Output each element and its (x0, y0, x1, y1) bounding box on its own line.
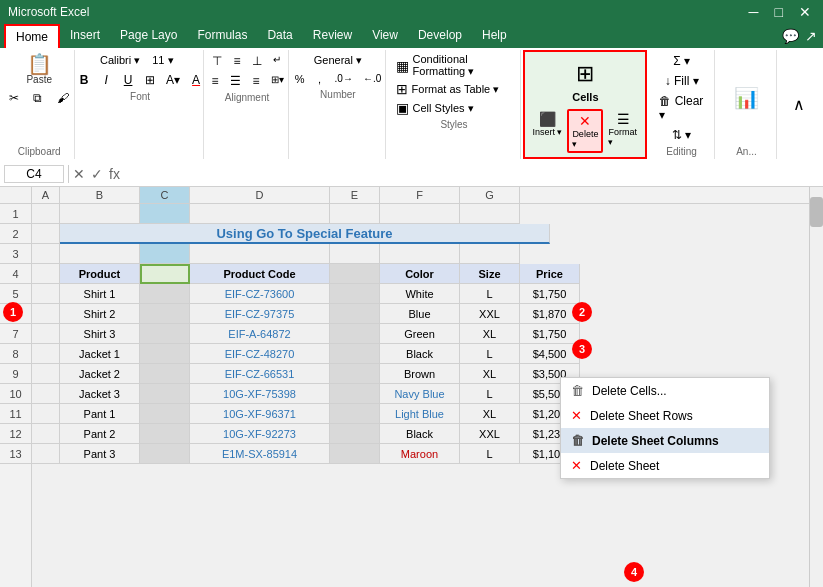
cell-g6[interactable]: XXL (460, 304, 520, 324)
cell-g9[interactable]: XL (460, 364, 520, 384)
conditional-formatting-btn[interactable]: ▦ Conditional Formatting ▾ (394, 52, 515, 79)
cell-a5[interactable] (32, 284, 60, 304)
cell-f12[interactable]: Black (380, 424, 460, 444)
cell-reference-input[interactable] (4, 165, 64, 183)
cell-c1[interactable] (140, 204, 190, 224)
increase-decimal-btn[interactable]: .0→ (331, 71, 357, 87)
cell-c10[interactable] (140, 384, 190, 404)
close-btn[interactable]: ✕ (795, 4, 815, 20)
col-header-e[interactable]: E (330, 187, 380, 203)
cell-e12[interactable] (330, 424, 380, 444)
cancel-formula-icon[interactable]: ✕ (73, 166, 85, 182)
cell-d12[interactable]: 10G-XF-92273 (190, 424, 330, 444)
cell-h8[interactable]: $4,500 (520, 344, 580, 364)
cell-g3[interactable] (460, 244, 520, 264)
cell-b6[interactable]: Shirt 2 (60, 304, 140, 324)
cell-f8[interactable]: Black (380, 344, 460, 364)
cell-d9[interactable]: EIF-CZ-66531 (190, 364, 330, 384)
cell-b3[interactable] (60, 244, 140, 264)
cell-g13[interactable]: L (460, 444, 520, 464)
cell-e5[interactable] (330, 284, 380, 304)
cell-b7[interactable]: Shirt 3 (60, 324, 140, 344)
cell-d13[interactable]: E1M-SX-85914 (190, 444, 330, 464)
cell-g1[interactable] (460, 204, 520, 224)
ribbon-collapse-btn[interactable]: ∧ (781, 93, 817, 116)
cell-a7[interactable] (32, 324, 60, 344)
tab-data[interactable]: Data (257, 24, 302, 48)
formula-input[interactable] (124, 166, 819, 182)
cell-a3[interactable] (32, 244, 60, 264)
cell-b5[interactable]: Shirt 1 (60, 284, 140, 304)
cell-f4-color[interactable]: Color (380, 264, 460, 284)
cell-f6[interactable]: Blue (380, 304, 460, 324)
font-color-btn[interactable]: A (186, 71, 206, 89)
cell-f13[interactable]: Maroon (380, 444, 460, 464)
cell-d11[interactable]: 10G-XF-96371 (190, 404, 330, 424)
fill-btn-editing[interactable]: ↓ Fill ▾ (661, 72, 703, 90)
cell-a12[interactable] (32, 424, 60, 444)
cell-f3[interactable] (380, 244, 460, 264)
cell-g7[interactable]: XL (460, 324, 520, 344)
cell-g5[interactable]: L (460, 284, 520, 304)
cell-c4[interactable] (140, 264, 190, 284)
format-painter-btn[interactable]: 🖌 (53, 89, 73, 107)
cell-a4[interactable] (32, 264, 60, 284)
fill-btn[interactable]: A▾ (162, 71, 184, 89)
cell-g11[interactable]: XL (460, 404, 520, 424)
maximize-btn[interactable]: □ (771, 4, 787, 20)
format-as-table-btn[interactable]: ⊞ Format as Table ▾ (394, 80, 515, 98)
cell-f7[interactable]: Green (380, 324, 460, 344)
cell-f11[interactable]: Light Blue (380, 404, 460, 424)
comment-icon[interactable]: 💬 (782, 28, 799, 44)
paste-btn[interactable]: 📋 Paste (21, 52, 57, 87)
cell-h4-price[interactable]: Price (520, 264, 580, 284)
share-icon[interactable]: ↗ (805, 28, 817, 44)
cut-btn[interactable]: ✂ (5, 89, 25, 107)
col-header-f[interactable]: F (380, 187, 460, 203)
cell-e10[interactable] (330, 384, 380, 404)
cell-e1[interactable] (330, 204, 380, 224)
cell-a13[interactable] (32, 444, 60, 464)
cell-a2[interactable] (32, 224, 60, 244)
cell-c6[interactable] (140, 304, 190, 324)
sort-filter-btn[interactable]: ⇅ ▾ (664, 126, 700, 144)
cell-a11[interactable] (32, 404, 60, 424)
cell-b4-product[interactable]: Product (60, 264, 140, 284)
cell-b1[interactable] (60, 204, 140, 224)
cell-g4-size[interactable]: Size (460, 264, 520, 284)
cell-styles-btn[interactable]: ▣ Cell Styles ▾ (394, 99, 515, 117)
cell-e8[interactable] (330, 344, 380, 364)
col-header-d[interactable]: D (190, 187, 330, 203)
bold-btn[interactable]: B (74, 71, 94, 89)
cell-d4-productcode[interactable]: Product Code (190, 264, 330, 284)
cell-c5[interactable] (140, 284, 190, 304)
delete-sheet-rows-item[interactable]: ✕ Delete Sheet Rows (561, 403, 769, 428)
scrollbar-thumb[interactable] (810, 197, 823, 227)
cell-a10[interactable] (32, 384, 60, 404)
clear-btn[interactable]: 🗑 Clear ▾ (655, 92, 708, 124)
cell-b10[interactable]: Jacket 3 (60, 384, 140, 404)
tab-developer[interactable]: Develop (408, 24, 472, 48)
cell-b12[interactable]: Pant 2 (60, 424, 140, 444)
align-left-btn[interactable]: ≡ (206, 72, 224, 90)
cell-g12[interactable]: XXL (460, 424, 520, 444)
cell-c8[interactable] (140, 344, 190, 364)
col-header-g[interactable]: G (460, 187, 520, 203)
underline-btn[interactable]: U (118, 71, 138, 89)
cell-e13[interactable] (330, 444, 380, 464)
insert-sub-btn[interactable]: ⬛ Insert ▾ (529, 109, 565, 153)
cell-c13[interactable] (140, 444, 190, 464)
delete-sheet-columns-item[interactable]: 🗑 Delete Sheet Columns (561, 428, 769, 453)
delete-sheet-item[interactable]: ✕ Delete Sheet (561, 453, 769, 478)
cell-d7[interactable]: EIF-A-64872 (190, 324, 330, 344)
merge-btn[interactable]: ⊞▾ (267, 72, 288, 90)
cell-g8[interactable]: L (460, 344, 520, 364)
cell-c12[interactable] (140, 424, 190, 444)
cell-f9[interactable]: Brown (380, 364, 460, 384)
align-right-btn[interactable]: ≡ (247, 72, 265, 90)
tab-formulas[interactable]: Formulas (187, 24, 257, 48)
cell-d10[interactable]: 10G-XF-75398 (190, 384, 330, 404)
cell-f10[interactable]: Navy Blue (380, 384, 460, 404)
tab-review[interactable]: Review (303, 24, 362, 48)
format-sub-btn[interactable]: ☰ Format ▾ (605, 109, 641, 153)
